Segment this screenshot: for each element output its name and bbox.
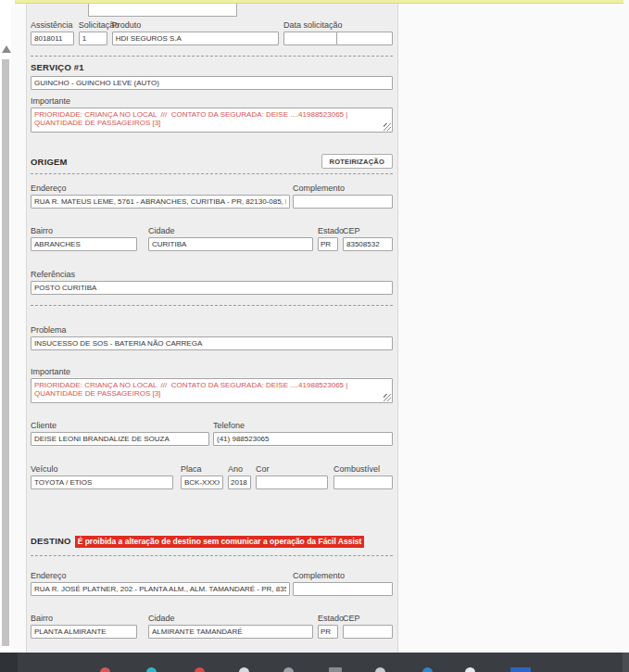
app-icon-white[interactable]: [465, 667, 475, 672]
problema-label: Problema: [31, 325, 393, 335]
destino-bairro-label: Bairro: [31, 614, 137, 623]
origem-endereco-label: Endereço: [31, 184, 290, 193]
data-solicitacao-label: Data solicitação: [283, 20, 393, 30]
app-icon-light-2[interactable]: [375, 667, 385, 672]
origem-cep-label: CEP: [343, 226, 393, 235]
data-solicitacao-input-2[interactable]: [336, 32, 393, 45]
servico-importante-textarea[interactable]: PRIORIDADE: CRIANÇA NO LOCAL /// CONTATO…: [31, 108, 393, 133]
combustivel-input[interactable]: [333, 475, 393, 489]
cutoff-top-input[interactable]: [88, 4, 237, 17]
cliente-input[interactable]: [31, 432, 209, 446]
separator: [31, 555, 393, 556]
service-form-panel: Assistência Solicitação Produto Data sol…: [26, 4, 398, 653]
origem-estado-label: Estado: [318, 226, 338, 235]
problema-importante-label: Importante: [31, 367, 393, 376]
telefone-label: Telefone: [213, 421, 393, 430]
app-icon-gray-1[interactable]: [283, 667, 294, 672]
destino-cep-input[interactable]: [343, 625, 393, 639]
destino-cidade-input[interactable]: [148, 625, 313, 639]
destino-complemento-input[interactable]: [293, 582, 393, 596]
telefone-input[interactable]: [213, 432, 393, 446]
roteirizacao-button[interactable]: ROTEIRIZAÇÃO: [321, 154, 393, 169]
taskbar: [0, 653, 629, 672]
header-fields-row: Assistência Solicitação Produto Data sol…: [31, 20, 393, 45]
placa-label: Placa: [181, 464, 223, 474]
separator: [31, 173, 393, 174]
data-solicitacao-input-1[interactable]: [283, 32, 337, 45]
servico-importante-label: Importante: [31, 96, 393, 106]
separator: [31, 56, 393, 57]
destino-cidade-label: Cidade: [148, 614, 313, 623]
left-scrollbar[interactable]: [0, 0, 11, 653]
destino-cep-label: CEP: [343, 614, 393, 623]
cor-label: Cor: [256, 464, 328, 474]
origem-bairro-input[interactable]: [31, 237, 137, 251]
servico-input[interactable]: [31, 76, 393, 90]
produto-label: Produto: [112, 20, 279, 30]
origem-referencias-input[interactable]: [31, 281, 393, 295]
destino-endereco-input[interactable]: [31, 582, 290, 596]
origem-estado-input[interactable]: [318, 237, 338, 251]
origem-endereco-input[interactable]: [31, 195, 290, 209]
destino-title: DESTINO: [31, 536, 71, 546]
destino-warning-badge: É proibida a alteração de destino sem co…: [75, 536, 365, 548]
combustivel-label: Combustível: [333, 464, 393, 474]
origem-complemento-input[interactable]: [293, 195, 393, 209]
cor-input[interactable]: [256, 475, 328, 489]
solicitacao-label: Solicitação: [79, 20, 107, 30]
app-icon-blue[interactable]: [422, 667, 433, 672]
separator: [31, 305, 393, 306]
app-icon-light-1[interactable]: [239, 667, 249, 672]
problema-input[interactable]: [31, 336, 393, 350]
taskbar-start-section[interactable]: [0, 653, 18, 672]
produto-input[interactable]: [112, 32, 279, 45]
origem-cidade-label: Cidade: [148, 226, 313, 235]
origem-title: ORIGEM: [31, 157, 68, 167]
assistencia-label: Assistência: [31, 20, 74, 30]
app-icon-teal[interactable]: [146, 667, 157, 672]
origem-bairro-label: Bairro: [31, 226, 137, 235]
cliente-label: Cliente: [31, 421, 209, 430]
origem-cidade-input[interactable]: [148, 237, 313, 251]
origem-cep-input[interactable]: [343, 237, 393, 251]
top-highlight-bar-gap: [11, 0, 15, 5]
destino-endereco-label: Endereço: [31, 571, 290, 580]
servico-title: SERVIÇO #1: [31, 62, 393, 72]
app-icon-blue-rect[interactable]: [510, 667, 531, 672]
problema-importante-textarea[interactable]: PRIORIDADE: CRIANÇA NO LOCAL /// CONTATO…: [31, 378, 393, 403]
scroll-up-arrow-icon[interactable]: [2, 45, 11, 53]
app-icon-red-1[interactable]: [100, 667, 110, 672]
origem-referencias-label: Referências: [31, 270, 393, 279]
destino-estado-label: Estado: [318, 614, 338, 623]
solicitacao-input[interactable]: [79, 32, 107, 45]
veiculo-label: Veículo: [31, 464, 173, 474]
origem-complemento-label: Complemento: [293, 184, 393, 193]
taskbar-end-section[interactable]: [623, 653, 629, 672]
assistencia-input[interactable]: [31, 32, 74, 45]
ano-label: Ano: [228, 464, 251, 474]
ano-input[interactable]: [228, 475, 251, 489]
destino-bairro-input[interactable]: [31, 625, 137, 639]
veiculo-input[interactable]: [31, 475, 173, 489]
placa-input[interactable]: [181, 475, 223, 489]
destino-complemento-label: Complemento: [293, 571, 393, 580]
scrollbar-thumb[interactable]: [2, 59, 9, 646]
app-icon-red-2[interactable]: [195, 667, 205, 672]
app-icon-gray-square[interactable]: [329, 667, 342, 672]
destino-estado-input[interactable]: [318, 625, 338, 639]
